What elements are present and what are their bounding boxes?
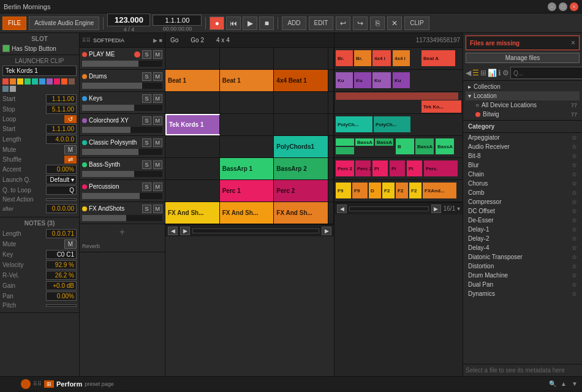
qtoloop-value[interactable]: Q: [46, 186, 77, 195]
arr-clip-perc-6[interactable]: Perc.: [424, 160, 458, 176]
clip-keys-2[interactable]: [220, 92, 274, 113]
arr-clip-bass-5[interactable]: B: [396, 138, 414, 154]
arr-clip-perc-1[interactable]: Perc 2: [336, 160, 354, 176]
clip-colorchord-2[interactable]: [220, 114, 274, 135]
clip-basssynth-4[interactable]: [328, 158, 334, 179]
track-m-fxshots[interactable]: M: [153, 205, 163, 213]
note-length-value[interactable]: 0.0.0.71: [46, 229, 77, 238]
nav-next-btn[interactable]: ▶: [180, 227, 190, 235]
cat-star-chain[interactable]: ☆: [572, 171, 577, 178]
accent-value[interactable]: 0.00%: [46, 165, 77, 174]
clip-fxshots-4[interactable]: [328, 202, 334, 224]
shuffle-btn[interactable]: ⇌: [64, 156, 77, 164]
track-s-basssynth[interactable]: S: [142, 160, 151, 169]
cat-star-audio-receiver[interactable]: ☆: [572, 143, 577, 150]
cat-diatonic[interactable]: Diatonic Transposer ☆: [463, 252, 582, 262]
clip-drums-4[interactable]: [328, 70, 334, 91]
track-m-colorchord[interactable]: M: [153, 116, 163, 125]
arr-clip-play-me-5[interactable]: Beat A: [421, 50, 455, 66]
gain-value[interactable]: +0.0 dB: [46, 281, 77, 290]
clip-basssynth-2[interactable]: BassArp 1: [220, 158, 274, 179]
cat-star-delay2[interactable]: ☆: [572, 235, 577, 242]
clip-fxshots-2[interactable]: FX And Sh...: [220, 202, 274, 224]
track-m-keys[interactable]: M: [153, 94, 163, 103]
cat-audio-receiver[interactable]: Audio Receiver ☆: [463, 142, 582, 151]
copy-button[interactable]: ⎘: [370, 17, 385, 30]
color-blue-grey[interactable]: [2, 86, 9, 92]
track-s-drums[interactable]: S: [142, 72, 151, 81]
browser-chart-btn[interactable]: 📊: [488, 67, 497, 79]
redo-button[interactable]: ↪: [353, 17, 368, 30]
pan-value[interactable]: 0.00%: [46, 292, 77, 301]
arr-clip-bass-4[interactable]: BassA: [375, 138, 393, 146]
delete-button[interactable]: ✕: [387, 17, 402, 30]
up-arrow-btn[interactable]: ▲: [559, 379, 569, 389]
browser-grid-btn[interactable]: ⊞: [480, 67, 486, 79]
cat-star-comb[interactable]: ☆: [572, 189, 577, 196]
cat-star-dc-offset[interactable]: ☆: [572, 208, 577, 214]
arr-clip-drums-2[interactable]: Ku: [354, 72, 371, 88]
edit-button[interactable]: EDIT: [309, 17, 334, 30]
clip-basssynth-1[interactable]: [165, 158, 220, 179]
cat-drum-machine[interactable]: Drum Machine ☆: [463, 271, 582, 280]
color-deep-orange[interactable]: [61, 78, 67, 85]
minimize-button[interactable]: −: [548, 2, 556, 11]
browser-location-row[interactable]: ▾ Location: [466, 91, 580, 100]
track-s-fxshots[interactable]: S: [142, 205, 151, 213]
track-s-play-me[interactable]: S: [142, 50, 151, 59]
clip-play-me-2[interactable]: [220, 48, 274, 69]
cat-star-dual-pan[interactable]: ☆: [572, 281, 577, 288]
bitwig-row[interactable]: Bitwig 77: [466, 110, 580, 119]
loop-start-value[interactable]: 1.1.1.00: [46, 124, 77, 134]
nav-prev-btn[interactable]: ◀: [168, 227, 178, 235]
arr-scrollbar[interactable]: [349, 206, 429, 211]
clip-colorchord-4[interactable]: [328, 114, 334, 135]
cat-dynamics[interactable]: Dynamics ☆: [463, 289, 582, 298]
stop-button[interactable]: ■: [259, 17, 274, 30]
arr-clip-drums-3[interactable]: Ku: [372, 72, 391, 88]
track-m-drums[interactable]: M: [153, 72, 163, 81]
cat-star-distortion[interactable]: ☆: [572, 263, 577, 270]
search-btn[interactable]: 🔍: [548, 379, 557, 389]
clip-percussion-1[interactable]: [165, 180, 220, 202]
arr-clip-fx-2[interactable]: F9: [352, 183, 368, 198]
arr-nav-right[interactable]: ▶: [431, 205, 441, 213]
clip-percussion-4[interactable]: [328, 180, 334, 202]
clip-basssynth-3[interactable]: BassArp 2: [274, 158, 328, 179]
clip-drums-2[interactable]: Beat 1: [220, 70, 274, 91]
arr-clip-bass-7[interactable]: BassA: [436, 138, 454, 154]
clip-scrollbar-h[interactable]: [192, 228, 319, 233]
arr-clip-colorchord-1[interactable]: PolyCh...: [336, 116, 372, 132]
loop-btn[interactable]: ↺: [64, 115, 77, 123]
rvel-value[interactable]: 26.2 %: [46, 271, 77, 280]
color-orange[interactable]: [10, 78, 16, 85]
browser-list-btn[interactable]: ☰: [472, 67, 479, 79]
clip-drums-1[interactable]: Beat 1: [165, 70, 220, 91]
browser-collection-row[interactable]: ▸ Collection: [466, 82, 580, 91]
arr-clip-bass-1[interactable]: [336, 138, 354, 146]
clip-name-box[interactable]: Tek Kords 1: [2, 66, 77, 76]
clip-keys-3[interactable]: [274, 92, 328, 113]
arr-clip-fx-5[interactable]: F2: [396, 183, 408, 198]
track-s-polysynth[interactable]: S: [142, 138, 151, 147]
arr-clip-fx-6[interactable]: F2: [409, 183, 421, 198]
stop-value[interactable]: 5.1.1.00: [46, 105, 77, 114]
clip-colorchord-3[interactable]: [274, 114, 328, 135]
arr-clip-play-me-2[interactable]: Br.: [354, 50, 371, 66]
clip-polysynth-4[interactable]: [328, 136, 334, 157]
browser-settings-btn[interactable]: ⚙: [502, 67, 509, 79]
arr-clip-fx-7[interactable]: FXAnd...: [423, 183, 456, 198]
cat-blur[interactable]: Blur ☆: [463, 160, 582, 170]
clip-polysynth-3[interactable]: PolyChords1: [274, 136, 328, 157]
nextaction-value[interactable]: [46, 198, 77, 201]
cat-star-arpeggiator[interactable]: ☆: [572, 134, 577, 141]
arr-clip-perc-5[interactable]: Pi: [407, 160, 422, 176]
browser-info-btn[interactable]: ℹ: [498, 67, 501, 79]
arr-clip-keys-line[interactable]: [336, 92, 458, 100]
track-m-play-me[interactable]: M: [153, 50, 163, 59]
cat-star-delay1[interactable]: ☆: [572, 226, 577, 233]
cat-chain[interactable]: Chain ☆: [463, 170, 582, 179]
track-s-colorchord[interactable]: S: [142, 116, 151, 125]
arr-clip-bass-2[interactable]: [336, 147, 354, 154]
perform-label[interactable]: ⊞: [44, 380, 54, 388]
